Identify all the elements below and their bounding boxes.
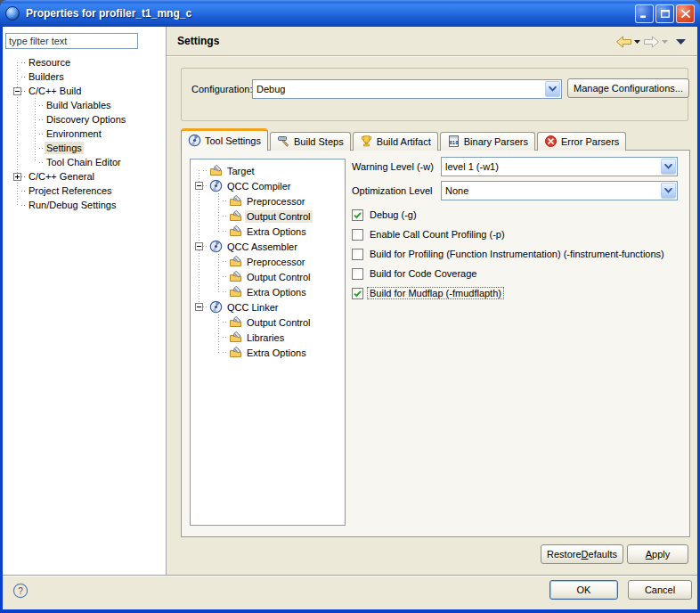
tool-item-output-control[interactable]: Output Control bbox=[191, 315, 345, 330]
minimize-icon bbox=[640, 10, 649, 18]
tool-settings-tree-box: TargetQCC CompilerPreprocessorOutput Con… bbox=[190, 159, 346, 526]
tree-connector bbox=[195, 170, 203, 171]
dropdown-button[interactable] bbox=[661, 183, 676, 199]
dropdown-button[interactable] bbox=[661, 159, 676, 175]
view-menu-button[interactable] bbox=[676, 39, 686, 45]
tool-settings-tree: TargetQCC CompilerPreprocessorOutput Con… bbox=[191, 159, 345, 525]
apply-button[interactable]: Apply bbox=[627, 544, 688, 564]
field-label: Warning Level (-w) bbox=[352, 161, 441, 172]
maximize-button[interactable] bbox=[655, 4, 674, 23]
help-button[interactable]: ? bbox=[12, 583, 28, 599]
tool-item-qcc-compiler[interactable]: QCC Compiler bbox=[191, 178, 345, 193]
tool-item-label: Output Control bbox=[245, 316, 313, 329]
nav-item-build-variables[interactable]: Build Variables bbox=[3, 98, 166, 112]
manage-configurations-button[interactable]: Manage Configurations... bbox=[567, 78, 689, 98]
gauge-icon bbox=[209, 240, 223, 253]
ok-button[interactable]: OK bbox=[549, 580, 618, 600]
tab-build-artifact[interactable]: Build Artifact bbox=[353, 132, 438, 151]
properties-nav-tree: ResourceBuildersC/C++ BuildBuild Variabl… bbox=[3, 55, 166, 212]
forward-button[interactable] bbox=[643, 36, 668, 48]
collapse-toggle-icon[interactable] bbox=[195, 242, 203, 250]
tree-connector bbox=[203, 246, 208, 247]
tree-connector bbox=[39, 119, 43, 120]
nav-item-c-c-build[interactable]: C/C++ Build bbox=[3, 84, 166, 98]
tree-connector bbox=[203, 185, 208, 186]
tool-item-qcc-assembler[interactable]: QCC Assembler bbox=[191, 239, 345, 254]
binary-icon: 010 bbox=[447, 135, 460, 150]
nav-item-discovery-options[interactable]: Discovery Options bbox=[3, 112, 166, 127]
history-toolbar bbox=[615, 35, 686, 49]
close-icon bbox=[681, 10, 690, 18]
title-bar[interactable]: Properties for profiler_t1_mng_c bbox=[0, 0, 700, 27]
nav-item-project-references[interactable]: Project References bbox=[3, 184, 166, 198]
tool-item-libraries[interactable]: Libraries bbox=[191, 330, 345, 345]
tab-binary-parsers[interactable]: 010Binary Parsers bbox=[440, 132, 535, 151]
nav-item-label: Builders bbox=[27, 70, 66, 83]
collapse-toggle-icon[interactable] bbox=[195, 303, 203, 311]
cancel-button[interactable]: Cancel bbox=[628, 580, 692, 600]
nav-item-resource[interactable]: Resource bbox=[3, 55, 166, 69]
configuration-select[interactable]: Debug bbox=[252, 79, 562, 99]
tool-item-output-control[interactable]: Output Control bbox=[191, 208, 345, 224]
nav-item-c-c-general[interactable]: C/C++ General bbox=[3, 169, 166, 184]
nav-item-builders[interactable]: Builders bbox=[3, 69, 166, 84]
error-icon bbox=[544, 135, 558, 150]
collapse-toggle-icon[interactable] bbox=[195, 182, 203, 190]
expand-toggle-icon[interactable] bbox=[13, 173, 21, 181]
tab-build-steps[interactable]: Build Steps bbox=[270, 132, 351, 151]
checkbox-debug-g[interactable]: Debug (-g) bbox=[352, 208, 690, 221]
tool-item-qcc-linker[interactable]: QCC Linker bbox=[191, 299, 345, 315]
tool-item-extra-options[interactable]: Extra Options bbox=[191, 345, 345, 360]
checkbox-build-for-profiling-function-instrumentation-finstrument-functions[interactable]: Build for Profiling (Function Instrument… bbox=[352, 248, 690, 260]
nav-item-environment[interactable]: Environment bbox=[3, 127, 166, 141]
tree-connector bbox=[13, 77, 21, 78]
checked-checkbox-icon[interactable] bbox=[352, 209, 363, 221]
tool-item-preprocessor[interactable]: Preprocessor bbox=[191, 254, 345, 269]
header-separator-highlight bbox=[167, 56, 697, 57]
tool-item-target[interactable]: Target bbox=[191, 163, 345, 178]
tree-connector bbox=[223, 200, 227, 201]
forward-icon bbox=[643, 36, 660, 48]
nav-item-tool-chain-editor[interactable]: Tool Chain Editor bbox=[3, 155, 166, 169]
tab-tool-settings[interactable]: Tool Settings bbox=[181, 128, 268, 151]
nav-item-label: Discovery Options bbox=[45, 113, 127, 126]
unchecked-checkbox-icon[interactable] bbox=[352, 268, 363, 280]
filter-input[interactable] bbox=[5, 33, 138, 49]
checkbox-enable-call-count-profiling-p[interactable]: Enable Call Count Profiling (-p) bbox=[352, 228, 690, 241]
back-button[interactable] bbox=[615, 36, 640, 48]
tool-item-label: Extra Options bbox=[245, 347, 308, 359]
warning-level-w-select[interactable]: level 1 (-w1) bbox=[441, 157, 678, 176]
checked-checkbox-icon[interactable] bbox=[352, 288, 363, 299]
optimization-level-select[interactable]: None bbox=[441, 181, 678, 200]
tree-connector bbox=[21, 191, 25, 192]
tree-connector bbox=[223, 291, 227, 292]
option-form: Warning Level (-w)level 1 (-w1)Optimizat… bbox=[352, 157, 690, 306]
gauge-icon bbox=[188, 134, 201, 149]
nav-item-run-debug-settings[interactable]: Run/Debug Settings bbox=[3, 198, 166, 212]
unchecked-checkbox-icon[interactable] bbox=[352, 229, 363, 241]
configuration-value: Debug bbox=[253, 80, 544, 98]
checkbox-build-for-code-coverage[interactable]: Build for Code Coverage bbox=[352, 267, 690, 280]
checkbox-build-for-mudflap-fmudflapth[interactable]: Build for Mudflap (-fmudflapth) bbox=[352, 287, 690, 299]
restore-defaults-button[interactable]: Restore Defaults bbox=[541, 544, 623, 564]
tool-item-output-control[interactable]: Output Control bbox=[191, 269, 345, 284]
tab-error-parsers[interactable]: Error Parsers bbox=[537, 132, 626, 151]
tree-connector bbox=[39, 162, 43, 163]
tree-connector bbox=[223, 352, 227, 353]
dropdown-button[interactable] bbox=[545, 81, 560, 97]
tool-item-extra-options[interactable]: Extra Options bbox=[191, 224, 345, 239]
maximize-icon bbox=[661, 10, 670, 18]
collapse-toggle-icon[interactable] bbox=[13, 87, 21, 95]
tool-item-extra-options[interactable]: Extra Options bbox=[191, 284, 345, 299]
tree-connector bbox=[39, 134, 43, 135]
tree-connector bbox=[31, 119, 39, 120]
tool-item-label: Extra Options bbox=[245, 225, 308, 238]
close-button[interactable] bbox=[676, 4, 695, 23]
minimize-button[interactable] bbox=[635, 4, 654, 23]
gauge-icon bbox=[209, 179, 223, 192]
tree-connector bbox=[223, 276, 227, 277]
checkbox-label: Debug (-g) bbox=[368, 209, 419, 220]
unchecked-checkbox-icon[interactable] bbox=[352, 249, 363, 260]
tool-item-preprocessor[interactable]: Preprocessor bbox=[191, 193, 345, 208]
nav-item-settings[interactable]: Settings bbox=[3, 141, 166, 155]
